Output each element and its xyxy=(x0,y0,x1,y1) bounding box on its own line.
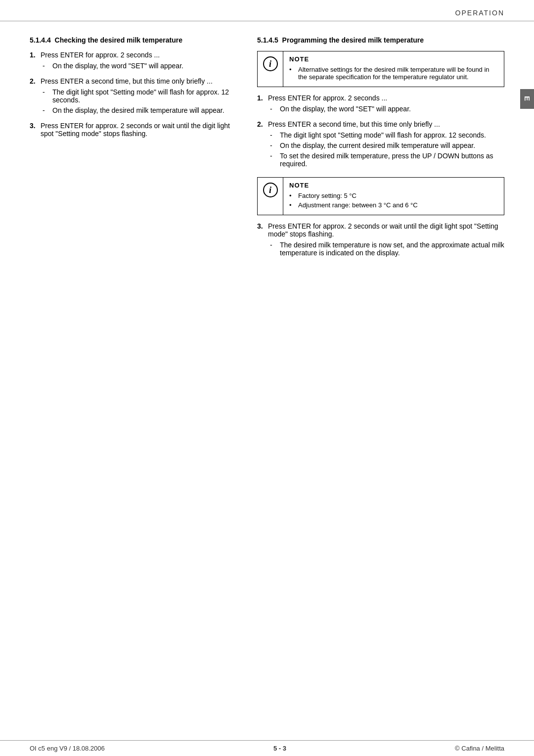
list-item: - To set the desired milk temperature, p… xyxy=(268,152,504,168)
right-step-3-content: Press ENTER for approx. 2 seconds or wai… xyxy=(268,222,504,259)
list-item: • Adjustment range: between 3 °C and 6 °… xyxy=(289,201,498,209)
note-icon-1: i xyxy=(263,56,278,71)
right-step-1: 1. Press ENTER for approx. 2 seconds ...… xyxy=(257,94,504,115)
right-step-3: 3. Press ENTER for approx. 2 seconds or … xyxy=(257,222,504,259)
right-step-3-sub: - The desired milk temperature is now se… xyxy=(268,241,504,257)
left-step-3-content: Press ENTER for approx. 2 seconds or wai… xyxy=(41,122,237,138)
left-step-1-text: Press ENTER for approx. 2 seconds ... xyxy=(41,51,160,59)
left-step-1-content: Press ENTER for approx. 2 seconds ... - … xyxy=(41,51,237,72)
right-step3-list: 3. Press ENTER for approx. 2 seconds or … xyxy=(257,222,504,259)
right-column: 5.1.4.5 Programming the desired milk tem… xyxy=(257,36,504,264)
list-item: • Factory setting: 5 °C xyxy=(289,192,498,199)
side-tab: E xyxy=(520,89,534,109)
list-item: - On the display, the word "SET" will ap… xyxy=(41,62,237,70)
note-icon-col-1: i xyxy=(258,51,283,87)
right-section-title: 5.1.4.5 Programming the desired milk tem… xyxy=(257,36,504,44)
left-section-title: 5.1.4.4 Checking the desired milk temper… xyxy=(30,36,237,44)
note-label-1: NOTE xyxy=(289,55,498,63)
list-item: - On the display, the current desired mi… xyxy=(268,142,504,149)
left-step-2-sub: - The digit light spot "Setting mode" wi… xyxy=(41,88,237,114)
left-step-1-num: 1. xyxy=(30,51,38,72)
note-bullets-2: • Factory setting: 5 °C • Adjustment ran… xyxy=(289,192,498,209)
left-step-3-num: 3. xyxy=(30,122,38,138)
header-title: Operation xyxy=(455,9,504,17)
page-footer: OI c5 eng V9 / 18.08.2006 5 - 3 © Cafina… xyxy=(0,740,534,756)
note-bullets-1: • Alternative settings for the desired m… xyxy=(289,66,498,81)
list-item: • Alternative settings for the desired m… xyxy=(289,66,498,81)
list-item: - The digit light spot "Setting mode" wi… xyxy=(41,88,237,104)
note-box-1: i NOTE • Alternative settings for the de… xyxy=(257,51,504,87)
right-step-1-num: 1. xyxy=(257,94,265,115)
right-step-2: 2. Press ENTER a second time, but this t… xyxy=(257,120,504,170)
note-icon-2: i xyxy=(263,183,278,197)
left-step-1-sub: - On the display, the word "SET" will ap… xyxy=(41,62,237,70)
footer-center: 5 - 3 xyxy=(273,745,286,752)
note-label-2: NOTE xyxy=(289,182,498,189)
left-step-2: 2. Press ENTER a second time, but this t… xyxy=(30,77,237,117)
list-item: - The digit light spot "Setting mode" wi… xyxy=(268,131,504,139)
note-box-2: i NOTE • Factory setting: 5 °C • Adjustm… xyxy=(257,177,504,215)
note-icon-col-2: i xyxy=(258,178,283,215)
note-content-2: NOTE • Factory setting: 5 °C • Adjustmen… xyxy=(283,178,504,215)
footer-left: OI c5 eng V9 / 18.08.2006 xyxy=(30,745,105,752)
left-step-1: 1. Press ENTER for approx. 2 seconds ...… xyxy=(30,51,237,72)
right-step-2-text: Press ENTER a second time, but this time… xyxy=(268,120,440,128)
list-item: - The desired milk temperature is now se… xyxy=(268,241,504,257)
left-column: 5.1.4.4 Checking the desired milk temper… xyxy=(30,36,237,264)
right-step-1-text: Press ENTER for approx. 2 seconds ... xyxy=(268,94,387,102)
left-steps-list: 1. Press ENTER for approx. 2 seconds ...… xyxy=(30,51,237,138)
page-header: Operation xyxy=(0,0,534,21)
footer-right: © Cafina / Melitta xyxy=(455,745,504,752)
right-steps-list: 1. Press ENTER for approx. 2 seconds ...… xyxy=(257,94,504,170)
main-content: 5.1.4.4 Checking the desired milk temper… xyxy=(0,21,534,279)
right-step-1-content: Press ENTER for approx. 2 seconds ... - … xyxy=(268,94,504,115)
left-step-2-content: Press ENTER a second time, but this time… xyxy=(41,77,237,117)
page: Operation E 5.1.4.4 Checking the desired… xyxy=(0,0,534,756)
right-step-3-text: Press ENTER for approx. 2 seconds or wai… xyxy=(268,222,498,238)
left-step-3: 3. Press ENTER for approx. 2 seconds or … xyxy=(30,122,237,138)
left-step-3-text: Press ENTER for approx. 2 seconds or wai… xyxy=(41,122,230,138)
right-step-3-num: 3. xyxy=(257,222,265,259)
list-item: - On the display, the desired milk tempe… xyxy=(41,106,237,114)
left-step-2-num: 2. xyxy=(30,77,38,117)
right-step-2-num: 2. xyxy=(257,120,265,170)
right-step-2-sub: - The digit light spot "Setting mode" wi… xyxy=(268,131,504,168)
right-step-1-sub: - On the display, the word "SET" will ap… xyxy=(268,105,504,113)
right-step-2-content: Press ENTER a second time, but this time… xyxy=(268,120,504,170)
left-step-2-text: Press ENTER a second time, but this time… xyxy=(41,77,213,85)
note-content-1: NOTE • Alternative settings for the desi… xyxy=(283,51,504,87)
list-item: - On the display, the word "SET" will ap… xyxy=(268,105,504,113)
